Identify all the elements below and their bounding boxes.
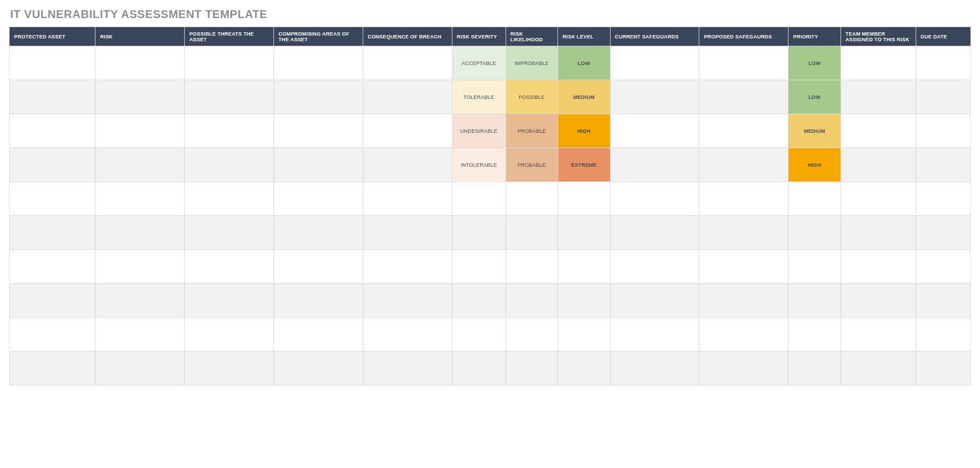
table-cell[interactable] — [558, 318, 610, 352]
cell-risk-level[interactable]: LOW — [558, 46, 610, 80]
table-cell[interactable] — [10, 148, 95, 182]
table-cell[interactable] — [363, 182, 452, 216]
table-cell[interactable] — [452, 352, 506, 385]
table-cell[interactable] — [699, 148, 789, 182]
cell-priority[interactable]: HIGH — [789, 148, 840, 182]
table-cell[interactable] — [699, 318, 789, 352]
table-cell[interactable] — [274, 318, 363, 352]
table-cell[interactable] — [363, 352, 452, 385]
cell-risk-severity[interactable]: UNDESIRABLE — [452, 114, 506, 148]
table-cell[interactable] — [610, 216, 699, 250]
table-cell[interactable] — [452, 216, 506, 250]
table-cell[interactable] — [95, 284, 185, 318]
table-cell[interactable] — [95, 352, 185, 385]
table-cell[interactable] — [363, 114, 452, 148]
table-cell[interactable] — [610, 46, 699, 80]
table-cell[interactable] — [185, 114, 274, 148]
table-cell[interactable] — [558, 182, 610, 216]
table-cell[interactable] — [916, 46, 970, 80]
table-cell[interactable] — [699, 46, 789, 80]
table-cell[interactable] — [699, 114, 789, 148]
table-cell[interactable] — [185, 46, 274, 80]
table-cell[interactable] — [506, 284, 557, 318]
table-cell[interactable] — [185, 250, 274, 284]
table-cell[interactable] — [916, 182, 970, 216]
table-cell[interactable] — [610, 284, 699, 318]
table-cell[interactable] — [610, 250, 699, 284]
table-cell[interactable] — [95, 182, 185, 216]
table-cell[interactable] — [840, 216, 916, 250]
table-cell[interactable] — [10, 114, 95, 148]
table-cell[interactable] — [363, 216, 452, 250]
table-cell[interactable] — [95, 216, 185, 250]
table-cell[interactable] — [610, 80, 699, 114]
table-cell[interactable] — [185, 284, 274, 318]
table-cell[interactable] — [840, 352, 916, 385]
table-cell[interactable] — [610, 352, 699, 385]
table-cell[interactable] — [95, 114, 185, 148]
table-cell[interactable] — [916, 114, 970, 148]
table-cell[interactable] — [10, 250, 95, 284]
table-cell[interactable] — [506, 250, 557, 284]
table-cell[interactable] — [506, 318, 557, 352]
table-cell[interactable] — [789, 216, 840, 250]
table-cell[interactable] — [452, 284, 506, 318]
table-cell[interactable] — [274, 216, 363, 250]
table-cell[interactable] — [95, 318, 185, 352]
table-cell[interactable] — [10, 182, 95, 216]
cell-priority[interactable]: MEDIUM — [789, 114, 840, 148]
table-cell[interactable] — [840, 46, 916, 80]
cell-risk-severity[interactable]: ACCEPTABLE — [452, 46, 506, 80]
cell-risk-level[interactable]: HIGH — [558, 114, 610, 148]
table-cell[interactable] — [916, 318, 970, 352]
table-cell[interactable] — [558, 284, 610, 318]
table-cell[interactable] — [95, 46, 185, 80]
table-cell[interactable] — [789, 352, 840, 385]
table-cell[interactable] — [840, 182, 916, 216]
table-cell[interactable] — [10, 216, 95, 250]
table-cell[interactable] — [789, 250, 840, 284]
table-cell[interactable] — [363, 250, 452, 284]
cell-priority[interactable]: LOW — [789, 80, 840, 114]
table-cell[interactable] — [452, 318, 506, 352]
table-cell[interactable] — [274, 352, 363, 385]
table-cell[interactable] — [699, 284, 789, 318]
cell-risk-likelihood[interactable]: IMPROBABLE — [506, 46, 557, 80]
table-cell[interactable] — [699, 352, 789, 385]
table-cell[interactable] — [363, 46, 452, 80]
table-cell[interactable] — [185, 148, 274, 182]
table-cell[interactable] — [789, 284, 840, 318]
table-cell[interactable] — [610, 148, 699, 182]
table-cell[interactable] — [363, 318, 452, 352]
cell-risk-severity[interactable]: TOLERABLE — [452, 80, 506, 114]
table-cell[interactable] — [274, 284, 363, 318]
table-cell[interactable] — [840, 284, 916, 318]
cell-risk-severity[interactable]: INTOLERABLE — [452, 148, 506, 182]
table-cell[interactable] — [274, 80, 363, 114]
table-cell[interactable] — [10, 80, 95, 114]
table-cell[interactable] — [10, 318, 95, 352]
table-cell[interactable] — [558, 216, 610, 250]
table-cell[interactable] — [274, 46, 363, 80]
table-cell[interactable] — [10, 46, 95, 80]
table-cell[interactable] — [185, 216, 274, 250]
cell-risk-level[interactable]: MEDIUM — [558, 80, 610, 114]
table-cell[interactable] — [10, 352, 95, 385]
cell-risk-likelihood[interactable]: POSSIBLE — [506, 80, 557, 114]
table-cell[interactable] — [610, 182, 699, 216]
table-cell[interactable] — [506, 182, 557, 216]
cell-priority[interactable]: LOW — [789, 46, 840, 80]
table-cell[interactable] — [185, 318, 274, 352]
table-cell[interactable] — [185, 182, 274, 216]
table-cell[interactable] — [789, 318, 840, 352]
table-cell[interactable] — [363, 284, 452, 318]
table-cell[interactable] — [916, 352, 970, 385]
table-cell[interactable] — [699, 216, 789, 250]
table-cell[interactable] — [916, 148, 970, 182]
table-cell[interactable] — [840, 114, 916, 148]
cell-risk-likelihood[interactable]: PROBABLE — [506, 148, 557, 182]
table-cell[interactable] — [185, 80, 274, 114]
table-cell[interactable] — [610, 318, 699, 352]
table-cell[interactable] — [840, 250, 916, 284]
table-cell[interactable] — [916, 250, 970, 284]
